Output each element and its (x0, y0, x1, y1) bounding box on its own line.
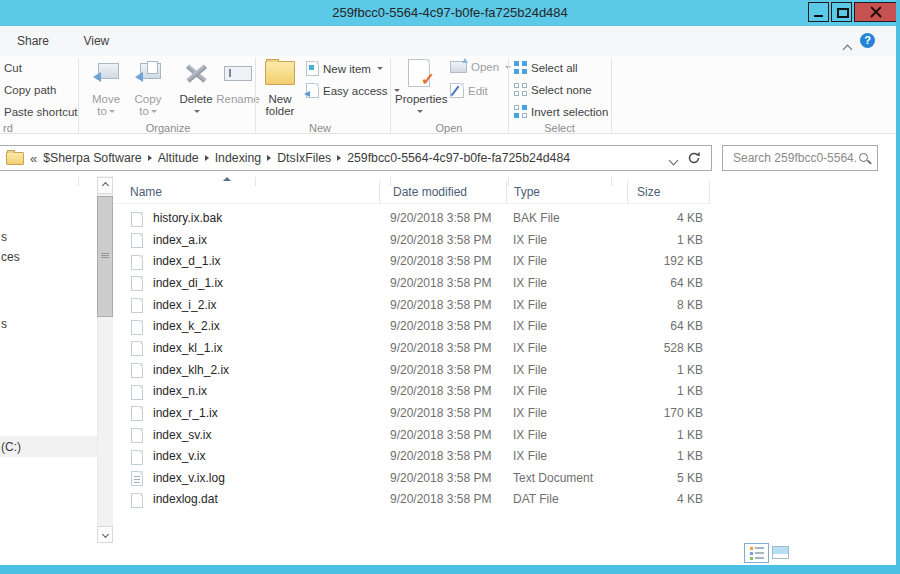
copy-path-button[interactable]: Copy path (4, 84, 56, 96)
file-row[interactable]: index_di_1.ix 9/20/2018 3:58 PM IX File … (113, 273, 713, 295)
chevron-down-icon (669, 156, 679, 166)
delete-button[interactable]: Delete (175, 59, 217, 117)
select-all-button[interactable]: Select all (514, 61, 578, 74)
select-none-button[interactable]: Select none (514, 83, 592, 96)
search-icon[interactable] (858, 152, 871, 165)
details-view-button[interactable] (744, 543, 769, 563)
refresh-button[interactable] (687, 151, 701, 165)
invert-selection-button[interactable]: Invert selection (514, 105, 608, 118)
sidebar-item[interactable]: s (1, 317, 7, 331)
cut-button[interactable]: Cut (4, 62, 22, 74)
file-date: 9/20/2018 3:58 PM (390, 446, 491, 468)
new-item-icon (306, 61, 319, 76)
breadcrumb-separator-icon[interactable] (148, 155, 152, 161)
file-type: IX File (513, 251, 547, 273)
column-header-size[interactable]: Size (628, 181, 710, 203)
file-type: IX File (513, 360, 547, 382)
file-date: 9/20/2018 3:58 PM (390, 425, 491, 447)
new-group-label: New (255, 122, 385, 134)
file-row[interactable]: index_n.ix 9/20/2018 3:58 PM IX File 1 K… (113, 381, 713, 403)
address-bar[interactable]: « $Sherpa Software Altitude Indexing Dts… (0, 145, 712, 171)
file-row[interactable]: index_a.ix 9/20/2018 3:58 PM IX File 1 K… (113, 230, 713, 252)
chevron-up-icon (843, 45, 853, 55)
large-icons-view-button[interactable] (772, 546, 789, 559)
open-button[interactable]: Open (450, 61, 511, 73)
file-name: index_sv.ix (153, 425, 211, 447)
file-date: 9/20/2018 3:58 PM (390, 468, 491, 490)
edit-button[interactable]: Edit (450, 83, 488, 98)
file-row[interactable]: indexlog.dat 9/20/2018 3:58 PM DAT File … (113, 489, 713, 511)
minimize-button[interactable] (808, 2, 829, 22)
file-name: index_d_1.ix (153, 251, 220, 273)
file-size: 528 KB (613, 338, 703, 360)
maximize-button[interactable] (831, 2, 852, 22)
file-name: index_a.ix (153, 230, 207, 252)
file-row[interactable]: index_k_2.ix 9/20/2018 3:58 PM IX File 6… (113, 316, 713, 338)
scrollbar-thumb[interactable] (97, 196, 113, 317)
file-row[interactable]: index_d_1.ix 9/20/2018 3:58 PM IX File 1… (113, 251, 713, 273)
refresh-icon (687, 151, 701, 165)
properties-button[interactable]: Properties (395, 59, 443, 117)
dropdown-arrow-icon (109, 110, 115, 113)
file-icon (131, 298, 143, 313)
file-type: IX File (513, 381, 547, 403)
breadcrumb-separator-icon[interactable] (267, 155, 271, 161)
file-date: 9/20/2018 3:58 PM (390, 208, 491, 230)
text-file-icon (131, 471, 143, 486)
delete-x-icon (183, 61, 209, 85)
file-size: 8 KB (613, 295, 703, 317)
move-to-icon (93, 63, 119, 83)
tab-view[interactable]: View (68, 26, 124, 56)
copy-to-button[interactable]: Copy to (127, 59, 169, 117)
address-dropdown-button[interactable] (670, 148, 677, 168)
file-icon (131, 406, 143, 421)
file-row[interactable]: index_r_1.ix 9/20/2018 3:58 PM IX File 1… (113, 403, 713, 425)
new-folder-button[interactable]: New folder (258, 59, 302, 117)
file-size: 170 KB (613, 403, 703, 425)
breadcrumb-item[interactable]: DtsIxFiles (273, 151, 335, 165)
open-icon (450, 61, 467, 73)
scrollbar-down-button[interactable] (97, 526, 113, 543)
clipboard-group-label: rd (0, 122, 16, 134)
file-type: IX File (513, 230, 547, 252)
paste-shortcut-button[interactable]: Paste shortcut (4, 106, 78, 118)
file-row[interactable]: index_kl_1.ix 9/20/2018 3:58 PM IX File … (113, 338, 713, 360)
file-row[interactable]: index_sv.ix 9/20/2018 3:58 PM IX File 1 … (113, 425, 713, 447)
breadcrumb-separator-icon[interactable] (337, 155, 341, 161)
sidebar-item[interactable]: ces (1, 250, 20, 264)
window-border-right (896, 0, 900, 574)
help-button[interactable]: ? (860, 33, 875, 48)
column-header-name[interactable]: Name (113, 181, 380, 203)
breadcrumb-item[interactable]: Indexing (211, 151, 266, 165)
collapse-ribbon-button[interactable] (844, 39, 852, 47)
close-button[interactable] (854, 2, 897, 22)
breadcrumb-item[interactable]: $Sherpa Software (39, 151, 145, 165)
organize-group-label: Organize (85, 122, 251, 134)
sidebar-item[interactable]: s (1, 230, 7, 244)
easy-access-button[interactable]: Easy access (306, 83, 400, 98)
sidebar-item-c-drive[interactable]: (C:) (1, 440, 21, 454)
column-header-date-modified[interactable]: Date modified (380, 181, 507, 203)
breadcrumb-separator-icon[interactable] (205, 155, 209, 161)
file-row[interactable]: history.ix.bak 9/20/2018 3:58 PM BAK Fil… (113, 208, 713, 230)
copy-to-icon (135, 63, 161, 83)
tab-share[interactable]: Share (2, 26, 64, 56)
breadcrumb-item[interactable]: Altitude (154, 151, 203, 165)
move-to-button[interactable]: Move to (85, 59, 127, 117)
file-row[interactable]: index_klh_2.ix 9/20/2018 3:58 PM IX File… (113, 360, 713, 382)
file-icon (131, 233, 143, 248)
file-date: 9/20/2018 3:58 PM (390, 316, 491, 338)
breadcrumb-overflow-icon[interactable]: « (30, 151, 37, 166)
search-input[interactable] (731, 150, 858, 166)
file-row[interactable]: index_v.ix.log 9/20/2018 3:58 PM Text Do… (113, 468, 713, 490)
column-header-type[interactable]: Type (507, 181, 628, 203)
file-icon (131, 212, 143, 227)
window-border-bottom (0, 565, 900, 574)
file-type: IX File (513, 403, 547, 425)
breadcrumb-item-current[interactable]: 259fbcc0-5564-4c97-b0fe-fa725b24d484 (343, 151, 574, 165)
file-row[interactable]: index_v.ix 9/20/2018 3:58 PM IX File 1 K… (113, 446, 713, 468)
file-size: 4 KB (613, 489, 703, 511)
file-row[interactable]: index_i_2.ix 9/20/2018 3:58 PM IX File 8… (113, 295, 713, 317)
new-item-button[interactable]: New item (306, 61, 383, 76)
scrollbar-up-button[interactable] (97, 177, 113, 194)
